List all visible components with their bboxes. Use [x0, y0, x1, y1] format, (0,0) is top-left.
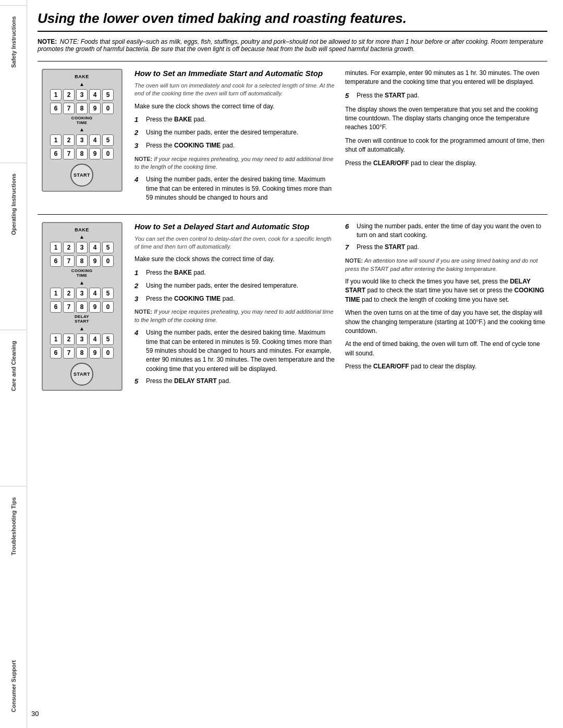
- key-1: 1: [50, 242, 62, 253]
- key-6c: 6: [50, 301, 62, 313]
- keypad-row-2d: 6 7 8 9 0: [50, 301, 114, 313]
- section1-right: minutes. For example, enter 90 minutes a…: [345, 69, 547, 207]
- oven-diagram-2: BAKE ▲ 1 2 3 4 5 6 7 8: [38, 222, 126, 391]
- cooking-time-arrow-2: ▲: [79, 280, 84, 286]
- step-num: 5: [134, 377, 143, 387]
- step-num: 4: [134, 328, 143, 374]
- key-4b: 4: [89, 134, 101, 146]
- cooking-time-label-2: COOKINGTIME: [71, 269, 92, 278]
- step-text: Using the number pads, enter the time of…: [357, 222, 547, 240]
- step-text: Press the BAKE pad.: [146, 115, 337, 125]
- cooking-time-label-1: COOKINGTIME: [71, 116, 92, 126]
- key-8: 8: [76, 103, 88, 114]
- keypad-row-1c: 1 2 3 4 5: [50, 134, 114, 146]
- section1-right-text1: minutes. For example, enter 90 minutes a…: [345, 69, 547, 87]
- step-text: Using the number pads, enter the desired…: [146, 328, 337, 374]
- key-0b: 0: [102, 148, 114, 159]
- keypad-row-2f: 6 7 8 9 0: [50, 347, 114, 359]
- keypad-row-1a: 1 2 3 4 5: [50, 89, 114, 101]
- keypad-row-2b: 6 7 8 9 0: [50, 255, 114, 267]
- key-9c: 9: [89, 301, 101, 313]
- key-5: 5: [102, 242, 114, 253]
- step-num: 5: [345, 91, 353, 101]
- keypad-block-2: BAKE ▲ 1 2 3 4 5 6 7 8: [42, 222, 123, 391]
- step-item: 5 Press the START pad.: [345, 91, 547, 101]
- section2-make-sure: Make sure the clock shows the correct ti…: [134, 255, 337, 264]
- section2-heading: How to Set a Delayed Start and Automatic…: [134, 222, 337, 231]
- section1-intro: The oven will turn on immediately and co…: [134, 82, 337, 98]
- key-0: 0: [102, 103, 114, 114]
- cooking-time-arrow-1: ▲: [79, 127, 84, 132]
- step-text: Press the DELAY START pad.: [146, 377, 337, 387]
- section2-intro: You can set the oven control to delay-st…: [134, 235, 337, 251]
- key-5c: 5: [102, 288, 114, 299]
- section1-clearoff: Press the CLEAR/OFF pad to clear the dis…: [345, 159, 547, 168]
- key-9: 9: [89, 255, 101, 267]
- start-button-1: START: [70, 164, 93, 187]
- page-number: 30: [31, 710, 39, 718]
- note-label: NOTE:: [38, 38, 57, 45]
- key-7: 7: [63, 255, 75, 267]
- key-2d: 2: [63, 334, 75, 345]
- section1-make-sure: Make sure the clock shows the correct ti…: [134, 102, 337, 111]
- key-3b: 3: [76, 134, 88, 146]
- key-6: 6: [50, 103, 62, 114]
- keypad-row-2e: 1 2 3 4 5: [50, 334, 114, 345]
- key-3: 3: [76, 242, 88, 253]
- step-item: 4 Using the number pads, enter the desir…: [134, 175, 337, 202]
- step-text: Using the number pads, enter the desired…: [146, 128, 337, 138]
- sidebar-item-safety: Safety Instructions: [0, 5, 27, 78]
- key-5: 5: [102, 89, 114, 101]
- bake-label-2: BAKE: [75, 227, 89, 233]
- step-num: 2: [134, 128, 143, 138]
- step-num: 7: [345, 243, 353, 253]
- main-note: NOTE: NOTE: Foods that spoil easily–such…: [38, 38, 547, 53]
- key-7: 7: [63, 103, 75, 114]
- step-item: 2 Using the number pads, enter the desir…: [134, 128, 337, 138]
- keypad-row-1d: 6 7 8 9 0: [50, 148, 114, 159]
- step-item: 4 Using the number pads, enter the desir…: [134, 328, 337, 374]
- oven-diagram-1: BAKE ▲ 1 2 3 4 5 6 7 8: [38, 69, 126, 207]
- step-item: 6 Using the number pads, enter the time …: [345, 222, 547, 240]
- section2-right-text2: When the oven turns on at the time of da…: [345, 309, 547, 336]
- key-9d: 9: [89, 347, 101, 359]
- bake-arrow-1: ▲: [79, 82, 84, 87]
- key-4c: 4: [89, 288, 101, 299]
- section1-step4: 4 Using the number pads, enter the desir…: [134, 175, 337, 202]
- key-0d: 0: [102, 347, 114, 359]
- step-text: Press the COOKING TIME pad.: [146, 294, 337, 304]
- step-item: 7 Press the START pad.: [345, 243, 547, 253]
- key-2c: 2: [63, 288, 75, 299]
- sidebar-item-consumer: Consumer Support: [0, 650, 27, 723]
- main-note-text: NOTE: Foods that spoil easily–such as mi…: [38, 38, 543, 53]
- step-num: 2: [134, 281, 143, 291]
- section1-content: How to Set an Immediate Start and Automa…: [134, 69, 547, 207]
- step-text: Using the number pads, enter the desired…: [146, 281, 337, 291]
- key-6d: 6: [50, 347, 62, 359]
- section1-step5: 5 Press the START pad.: [345, 91, 547, 101]
- key-0c: 0: [102, 301, 114, 313]
- key-8: 8: [76, 255, 88, 267]
- key-7d: 7: [63, 347, 75, 359]
- step-num: 6: [345, 222, 353, 240]
- key-9b: 9: [89, 148, 101, 159]
- section1-note: NOTE: If your recipe requires preheating…: [134, 155, 337, 171]
- key-2: 2: [63, 89, 75, 101]
- start-button-2: START: [70, 363, 93, 386]
- key-4d: 4: [89, 334, 101, 345]
- key-5d: 5: [102, 334, 114, 345]
- main-content: Using the lower oven timed baking and ro…: [27, 0, 563, 728]
- key-3c: 3: [76, 288, 88, 299]
- step-item: 2 Using the number pads, enter the desir…: [134, 281, 337, 291]
- section2-content: How to Set a Delayed Start and Automatic…: [134, 222, 547, 391]
- key-0: 0: [102, 255, 114, 267]
- keypad-row-1b: 6 7 8 9 0: [50, 103, 114, 114]
- step-text: Using the number pads, enter the desired…: [146, 175, 337, 202]
- key-7c: 7: [63, 301, 75, 313]
- page-container: Safety Instructions Operating Instructio…: [0, 0, 563, 728]
- sidebar-item-troubleshooting: Troubleshooting Tips: [0, 486, 27, 566]
- step-item: 3 Press the COOKING TIME pad.: [134, 294, 337, 304]
- section2-inner: BAKE ▲ 1 2 3 4 5 6 7 8: [38, 222, 547, 391]
- section2-right-steps: 6 Using the number pads, enter the time …: [345, 222, 547, 253]
- key-8b: 8: [76, 148, 88, 159]
